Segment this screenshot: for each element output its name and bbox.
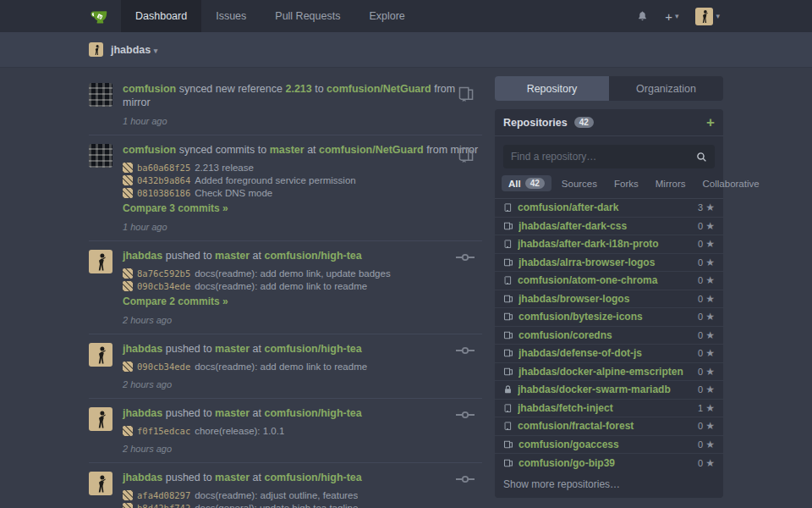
gitea-logo-icon[interactable] [89, 0, 121, 32]
repository-list-item[interactable]: comfusion/coredns0★ [495, 327, 723, 345]
mirror-sync-icon [457, 146, 475, 168]
feed-link[interactable]: master [215, 472, 250, 483]
commit-sha-link[interactable]: b8d42bf742 [137, 503, 190, 508]
repository-name-link[interactable]: jhabdas/defense-of-dot-js [518, 347, 698, 359]
nav-item-pull-requests[interactable]: Pull Requests [261, 0, 354, 32]
feed-link[interactable]: 2.213 [285, 83, 311, 95]
feed-item-title: jhabdas pushed to master at comfusion/hi… [123, 471, 482, 484]
repository-search-input[interactable] [511, 151, 696, 163]
repository-list-item[interactable]: comfusion/bytesize-icons0★ [495, 308, 723, 327]
commit-sha-link[interactable]: ba60a68f25 [137, 163, 190, 173]
repository-name-link[interactable]: jhabdas/docker-swarm-mariadb [518, 384, 698, 395]
identicon-avatar[interactable] [89, 144, 112, 168]
user-avatar[interactable] [89, 472, 112, 495]
commit-sha-link[interactable]: afa4d08297 [137, 490, 190, 500]
feed-link[interactable]: jhabdas [123, 250, 162, 262]
star-count: 0 [698, 239, 703, 249]
show-more-repositories-link[interactable]: Show more repositories… [495, 472, 723, 498]
tab-organization[interactable]: Organization [609, 76, 723, 101]
feed-link[interactable]: jhabdas [123, 472, 162, 483]
repository-list-item[interactable]: comfusion/goaccess0★ [495, 436, 723, 455]
feed-link[interactable]: comfusion/high-tea [264, 343, 361, 355]
repository-name-link[interactable]: jhabdas/browser-logos [518, 293, 698, 305]
nav-item-explore[interactable]: Explore [354, 0, 419, 32]
committer-avatar [123, 362, 133, 372]
repo-mirror-icon [503, 330, 513, 340]
repository-list-item[interactable]: comfusion/atom-one-chroma0★ [495, 272, 723, 290]
feed-link[interactable]: comfusion/NetGuard [326, 83, 431, 95]
nav-item-dashboard[interactable]: Dashboard [121, 0, 201, 32]
user-avatar[interactable] [89, 343, 112, 367]
user-avatar[interactable] [89, 407, 112, 431]
repository-name-link[interactable]: comfusion/fractal-forest [518, 420, 698, 432]
repository-list-item[interactable]: comfusion/after-dark3★ [495, 199, 723, 218]
repository-list-item[interactable]: comfusion/fractal-forest0★ [495, 417, 723, 436]
feed-link[interactable]: master [215, 250, 250, 262]
committer-avatar [123, 163, 133, 173]
repository-name-link[interactable]: comfusion/atom-one-chroma [518, 274, 698, 286]
filter-mirrors[interactable]: Mirrors [649, 176, 693, 191]
user-menu[interactable]: ▾ [695, 8, 720, 25]
feed-link[interactable]: jhabdas [123, 343, 162, 355]
context-switcher[interactable]: jhabdas ▾ [111, 44, 157, 56]
repository-list-item[interactable]: jhabdas/after-dark-css0★ [495, 218, 723, 236]
feed-text: at [304, 144, 319, 156]
feed-link[interactable]: comfusion/high-tea [264, 472, 361, 483]
compare-commits-link[interactable]: Compare 2 commits » [123, 295, 228, 307]
feed-link[interactable]: comfusion [123, 144, 176, 156]
repository-name-link[interactable]: comfusion/coredns [518, 329, 698, 341]
repository-name-link[interactable]: comfusion/bytesize-icons [518, 311, 698, 323]
commit-sha-link[interactable]: 8a76c592b5 [137, 268, 190, 279]
repository-list-item[interactable]: jhabdas/alrra-browser-logos0★ [495, 254, 723, 273]
repository-list-item[interactable]: jhabdas/browser-logos0★ [495, 290, 723, 309]
commit-sha-link[interactable]: 090cb34ede [137, 362, 190, 372]
commit-message: chore(release): 1.0.1 [195, 426, 284, 436]
feed-link[interactable]: master [215, 343, 250, 355]
repository-name-link[interactable]: comfusion/goaccess [518, 439, 698, 450]
feed-link[interactable]: jhabdas [123, 407, 162, 419]
repository-name-link[interactable]: jhabdas/fetch-inject [518, 402, 698, 414]
repository-list-item[interactable]: jhabdas/docker-alpine-emscripten0★ [495, 363, 723, 382]
feed-link[interactable]: master [215, 407, 250, 419]
identicon-avatar[interactable] [89, 83, 112, 107]
feed-link[interactable]: comfusion/NetGuard [319, 144, 424, 156]
repository-name-link[interactable]: jhabdas/after-dark-css [518, 220, 698, 232]
commit-sha-link[interactable]: f0f15edcac [137, 426, 190, 436]
filter-collaborative[interactable]: Collaborative [696, 176, 766, 191]
repository-name-link[interactable]: comfusion/go-bip39 [518, 457, 698, 469]
repository-name-link[interactable]: comfusion/after-dark [518, 202, 698, 213]
commit-sha-link[interactable]: 0432b9a864 [137, 175, 190, 185]
commit-message: docs(readme): add demo link, update badg… [195, 268, 390, 279]
repository-name-link[interactable]: jhabdas/after-dark-i18n-proto [518, 238, 698, 250]
create-new-button[interactable]: + ▾ [665, 9, 678, 24]
repository-name-link[interactable]: jhabdas/docker-alpine-emscripten [518, 366, 698, 378]
add-repository-button[interactable]: + [706, 115, 715, 130]
user-avatar[interactable] [89, 250, 112, 273]
feed-link[interactable]: comfusion/high-tea [264, 250, 361, 262]
commit-sha-link[interactable]: 0810386186 [137, 188, 190, 198]
repository-list-item[interactable]: jhabdas/fetch-inject1★ [495, 400, 723, 418]
compare-commits-link[interactable]: Compare 3 commits » [123, 202, 228, 214]
star-icon: ★ [705, 220, 715, 232]
filter-all[interactable]: All42 [502, 175, 551, 191]
repository-list-item[interactable]: jhabdas/after-dark-i18n-proto0★ [495, 235, 723, 254]
private-lock-icon [503, 384, 513, 395]
feed-timestamp: 2 hours ago [123, 444, 482, 454]
feed-link[interactable]: comfusion/high-tea [264, 407, 361, 419]
tab-repository[interactable]: Repository [495, 76, 609, 101]
search-icon[interactable] [696, 152, 707, 163]
feed-link[interactable]: comfusion [123, 83, 176, 95]
filter-forks[interactable]: Forks [607, 176, 645, 191]
feed-text: to [312, 83, 326, 95]
feed-text: pushed to [162, 250, 215, 262]
feed-link[interactable]: master [270, 144, 304, 156]
commit-sha-link[interactable]: 090cb34ede [137, 281, 190, 291]
repository-list-item[interactable]: comfusion/go-bip390★ [495, 454, 723, 472]
repository-list-item[interactable]: jhabdas/defense-of-dot-js0★ [495, 345, 723, 363]
dashboard-sidebar: RepositoryOrganization Repositories 42 +… [495, 75, 723, 498]
notifications-bell-icon[interactable] [637, 10, 648, 22]
nav-item-issues[interactable]: Issues [201, 0, 261, 32]
filter-sources[interactable]: Sources [555, 176, 604, 191]
repository-list-item[interactable]: jhabdas/docker-swarm-mariadb0★ [495, 381, 723, 400]
repository-name-link[interactable]: jhabdas/alrra-browser-logos [518, 257, 698, 268]
